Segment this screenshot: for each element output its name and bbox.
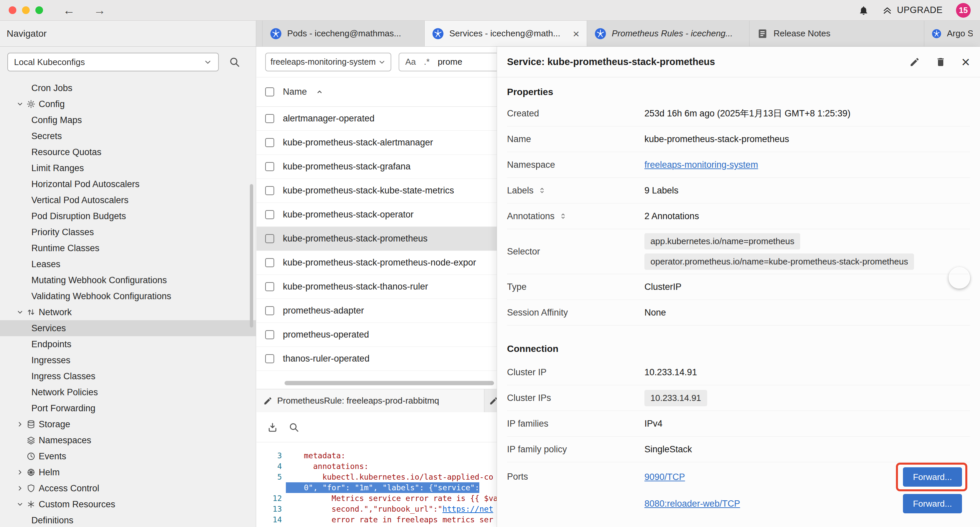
sidebar-item-ingress-classes[interactable]: Ingress Classes [0, 368, 256, 384]
code-text[interactable]: error rate in freeleaps metrics ser [286, 514, 493, 525]
editor-search-icon[interactable] [288, 422, 299, 433]
row-checkbox[interactable] [265, 114, 274, 123]
url-link[interactable]: https://net [442, 505, 493, 513]
tab-release-notes[interactable]: Release Notes [749, 21, 924, 46]
sidebar-item-config-maps[interactable]: Config Maps [0, 112, 256, 128]
row-checkbox[interactable] [265, 258, 274, 267]
delete-trash-icon[interactable] [935, 57, 946, 67]
labels-count[interactable]: 9 Labels [644, 185, 678, 196]
row-checkbox[interactable] [265, 138, 274, 147]
row-checkbox[interactable] [265, 306, 274, 315]
tab-prometheus-rules[interactable]: Prometheus Rules - icecheng... [587, 21, 749, 46]
table-row[interactable]: kube-prometheus-stack-thanos-ruler [256, 275, 497, 299]
horizontal-scrollbar[interactable] [285, 381, 494, 385]
sidebar-item-mutating-webhook-configurations[interactable]: Mutating Webhook Configurations [0, 272, 256, 288]
code-text[interactable]: Metrics service error rate is {{ $va [286, 493, 497, 504]
sidebar-scrollbar[interactable] [250, 184, 253, 328]
sidebar-item-pod-disruption-budgets[interactable]: Pod Disruption Budgets [0, 208, 256, 224]
sidebar-item-port-forwarding[interactable]: Port Forwarding [0, 400, 256, 416]
sidebar-item-vertical-pod-autoscalers[interactable]: Vertical Pod Autoscalers [0, 192, 256, 208]
namespace-link[interactable]: freeleaps-monitoring-system [644, 160, 758, 170]
row-checkbox[interactable] [265, 162, 274, 171]
table-row[interactable]: alertmanager-operated [256, 107, 497, 131]
row-checkbox[interactable] [265, 330, 274, 339]
sidebar-item-limit-ranges[interactable]: Limit Ranges [0, 160, 256, 176]
sidebar-item-validating-webhook-configurations[interactable]: Validating Webhook Configurations [0, 288, 256, 304]
avatar[interactable] [949, 267, 970, 288]
close-tab-icon[interactable]: × [573, 28, 579, 39]
name-column-header[interactable]: Name [283, 87, 307, 97]
match-case-toggle[interactable]: Aa [405, 57, 416, 67]
back-button[interactable]: ← [63, 3, 75, 18]
code-text[interactable]: metadata: [286, 450, 345, 461]
tab-pods[interactable]: Pods - icecheng@mathmas... [262, 21, 425, 46]
row-checkbox[interactable] [265, 186, 274, 195]
sidebar-item-leases[interactable]: Leases [0, 256, 256, 272]
dock-tab-prometheusrule[interactable]: PrometheusRule: freeleaps-prod-rabbitmq [256, 389, 484, 412]
sidebar-item-custom-resources[interactable]: Custom Resources [0, 496, 256, 512]
kubeconfig-select[interactable]: Local Kubeconfigs [7, 53, 219, 72]
row-checkbox[interactable] [265, 354, 274, 363]
regex-toggle[interactable]: .* [424, 57, 430, 67]
notification-count-badge[interactable]: 15 [956, 3, 970, 18]
save-icon[interactable] [267, 422, 278, 433]
table-row[interactable]: prometheus-operated [256, 323, 497, 347]
table-row[interactable]: kube-prometheus-stack-grafana [256, 155, 497, 179]
notifications-bell-icon[interactable] [858, 5, 869, 16]
sidebar-item-cron-jobs[interactable]: Cron Jobs [0, 80, 256, 96]
yaml-editor[interactable]: 3metadata: 4 annotations: 5 kubectl.kube… [256, 442, 497, 527]
code-text[interactable]: kubectl.kubernetes.io/last-applied-co [286, 471, 493, 482]
port-link[interactable]: 9090/TCP [644, 472, 685, 482]
sidebar-item-storage[interactable]: Storage [0, 416, 256, 432]
row-checkbox[interactable] [265, 210, 274, 219]
sidebar-item-horizontal-pod-autoscalers[interactable]: Horizontal Pod Autoscalers [0, 176, 256, 192]
sidebar-item-access-control[interactable]: Access Control [0, 480, 256, 496]
sidebar-item-ingresses[interactable]: Ingresses [0, 352, 256, 368]
unfold-icon[interactable] [538, 186, 546, 195]
code-text[interactable]: annotations: [286, 461, 369, 471]
tab-services[interactable]: Services - icecheng@math... × [425, 21, 587, 46]
maximize-window-button[interactable] [35, 6, 43, 14]
code-text[interactable]: second.","runbook_url":"https://net [286, 504, 493, 514]
sidebar-item-runtime-classes[interactable]: Runtime Classes [0, 240, 256, 256]
sidebar-item-network-policies[interactable]: Network Policies [0, 384, 256, 400]
sidebar-item-secrets[interactable]: Secrets [0, 128, 256, 144]
sidebar-item-priority-classes[interactable]: Priority Classes [0, 224, 256, 240]
table-row[interactable]: kube-prometheus-stack-operator [256, 203, 497, 227]
sidebar-search-icon[interactable] [229, 56, 240, 68]
minimize-window-button[interactable] [22, 6, 30, 14]
unfold-icon[interactable] [559, 212, 567, 220]
forward-button[interactable]: → [94, 3, 106, 18]
dock-tab-partial[interactable] [484, 389, 497, 412]
table-row[interactable]: kube-prometheus-stack-kube-state-metrics [256, 179, 497, 203]
list-search-input[interactable]: Aa .* prome [399, 53, 497, 72]
table-row[interactable]: kube-prometheus-stack-alertmanager [256, 131, 497, 155]
sidebar-item-endpoints[interactable]: Endpoints [0, 336, 256, 352]
annotations-count[interactable]: 2 Annotations [644, 211, 699, 221]
sidebar-item-network[interactable]: Network [0, 304, 256, 320]
sort-ascending-icon[interactable] [315, 88, 323, 96]
sidebar-item-events[interactable]: Events [0, 448, 256, 464]
table-row[interactable]: thanos-ruler-operated [256, 347, 497, 371]
tab-argo[interactable]: Argo Se [924, 21, 980, 46]
table-row-selected[interactable]: kube-prometheus-stack-prometheus [256, 227, 497, 251]
upgrade-button[interactable]: UPGRADE [882, 5, 943, 15]
sidebar-item-helm[interactable]: Helm [0, 464, 256, 480]
port-link[interactable]: 8080:reloader-web/TCP [644, 498, 740, 509]
row-checkbox[interactable] [265, 234, 274, 243]
sidebar-item-definitions[interactable]: Definitions [0, 512, 256, 527]
forward-button[interactable]: Forward... [903, 494, 962, 513]
close-window-button[interactable] [9, 6, 16, 14]
table-row[interactable]: kube-prometheus-stack-prometheus-node-ex… [256, 251, 497, 275]
forward-button[interactable]: Forward... [903, 467, 962, 487]
code-text[interactable]: 0", "for": "1m", "labels": {"service": [286, 482, 479, 493]
sidebar-item-resource-quotas[interactable]: Resource Quotas [0, 144, 256, 160]
sidebar-item-services[interactable]: Services [0, 320, 256, 336]
sidebar-item-config[interactable]: Config [0, 96, 256, 112]
edit-pencil-icon[interactable] [909, 57, 920, 67]
row-checkbox[interactable] [265, 282, 274, 291]
namespace-select[interactable]: freeleaps-monitoring-system [265, 53, 391, 72]
select-all-checkbox[interactable] [265, 88, 274, 96]
table-row[interactable]: prometheus-adapter [256, 299, 497, 323]
close-panel-icon[interactable]: × [961, 55, 970, 69]
